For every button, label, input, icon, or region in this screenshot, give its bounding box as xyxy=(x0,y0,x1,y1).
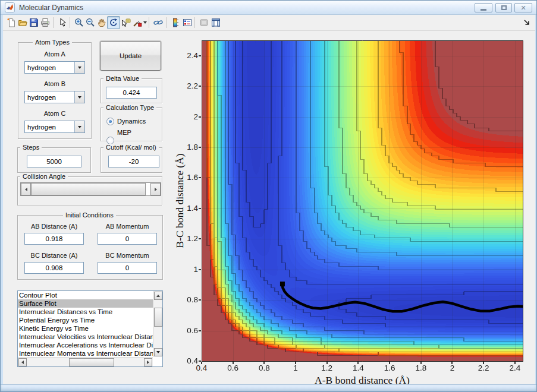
x-tick-mark xyxy=(451,362,453,364)
list-item[interactable]: Internuclear Velocities vs Internuclear … xyxy=(18,333,153,341)
scroll-down-button[interactable] xyxy=(154,348,162,356)
contour-canvas[interactable] xyxy=(202,40,523,362)
x-tick-label: 0.6 xyxy=(220,363,246,372)
y-tick-mark xyxy=(199,55,201,56)
x-tick-label: 2.2 xyxy=(470,363,497,372)
collision-angle-slider[interactable] xyxy=(20,182,161,196)
list-item[interactable]: Surface Plot xyxy=(18,299,153,308)
hscroll-thumb[interactable] xyxy=(69,358,114,366)
atom-a-value: hydrogen xyxy=(25,64,74,71)
slider-left-arrow-button[interactable] xyxy=(21,183,31,195)
bc-momentum-input[interactable] xyxy=(98,262,157,274)
matlab-app-icon xyxy=(5,2,15,12)
figure-toolbar xyxy=(3,15,535,31)
pan-button[interactable] xyxy=(95,16,108,29)
cutoff-input[interactable] xyxy=(108,156,159,167)
list-item[interactable]: Potential Energy vs Time xyxy=(18,316,153,324)
atom-a-dropdown-button[interactable] xyxy=(74,62,84,73)
bc-distance-input[interactable] xyxy=(24,262,84,274)
initial-conditions-title: Initial Conditions xyxy=(63,211,116,219)
ab-distance-input[interactable] xyxy=(24,233,84,245)
y-axis-label: B-C bond distance (Å) xyxy=(174,154,186,248)
y-tick-mark xyxy=(199,330,201,331)
arrow-right-icon xyxy=(155,188,157,191)
y-tick-label: 2.4 xyxy=(174,51,198,60)
slider-thumb[interactable] xyxy=(31,183,146,195)
title-bar: Molecular Dynamics ✕ xyxy=(1,1,536,15)
plot-type-list: Contour PlotSurface PlotInternuclear Dis… xyxy=(18,291,153,357)
atom-a-select[interactable]: hydrogen xyxy=(24,61,85,74)
arrow-right-icon xyxy=(147,361,149,364)
y-tick-mark xyxy=(199,86,201,87)
restore-button[interactable] xyxy=(495,3,512,12)
x-tick-mark xyxy=(326,362,328,364)
mep-radio-label: MEP xyxy=(117,129,131,136)
cutoff-title: Cutoff (Kcal/ mol) xyxy=(103,144,159,151)
arrow-left-icon xyxy=(25,188,27,191)
brush-menu-caret[interactable] xyxy=(143,21,147,24)
steps-input[interactable] xyxy=(27,156,81,167)
atom-c-value: hydrogen xyxy=(25,124,74,131)
y-tick-mark xyxy=(199,116,201,118)
list-item[interactable]: Kinetic Energy vs Time xyxy=(18,324,153,333)
app-window: Molecular Dynamics ✕ xyxy=(0,0,537,392)
brush-button[interactable] xyxy=(131,16,144,29)
atom-b-label: Atom B xyxy=(18,80,92,87)
y-tick-label: 1 xyxy=(174,265,198,274)
list-item[interactable]: Internuclear Momenta vs Internuclear Dis… xyxy=(18,349,153,357)
minimize-icon xyxy=(481,9,486,11)
pointer-icon xyxy=(58,18,67,27)
atom-a-label: Atom A xyxy=(18,50,92,58)
scroll-up-button[interactable] xyxy=(154,292,162,300)
rotate-3d-button[interactable] xyxy=(107,16,120,29)
delta-value-title: Delta Value xyxy=(103,75,142,82)
calculation-type-title: Calculation Type xyxy=(103,104,156,111)
atom-b-select[interactable]: hydrogen xyxy=(24,91,85,103)
atom-c-dropdown-button[interactable] xyxy=(74,121,84,132)
show-plot-tools-button[interactable] xyxy=(209,16,222,29)
ab-momentum-input[interactable] xyxy=(98,233,157,245)
ab-distance-label: AB Distance (A) xyxy=(24,223,84,230)
ab-momentum-label: AB Momentum xyxy=(98,223,157,230)
y-tick-mark xyxy=(199,269,201,270)
y-tick-label: 0.6 xyxy=(174,326,198,335)
show-plot-tools-icon xyxy=(211,18,221,27)
list-item[interactable]: Internuclear Distances vs Time xyxy=(18,308,153,316)
listbox-horizontal-scrollbar[interactable] xyxy=(18,357,153,366)
vscroll-thumb[interactable] xyxy=(154,308,162,327)
update-button[interactable]: Update xyxy=(100,41,161,71)
arrow-left-icon xyxy=(21,361,24,364)
listbox-vertical-scrollbar[interactable] xyxy=(153,291,162,357)
dynamics-radio[interactable] xyxy=(106,118,114,125)
x-tick-mark xyxy=(420,362,422,364)
scroll-left-button[interactable] xyxy=(18,358,27,366)
y-tick-mark xyxy=(199,147,201,148)
bc-momentum-label: BC Momentum xyxy=(98,252,157,259)
insert-colorbar-button[interactable] xyxy=(169,16,182,29)
print-button[interactable] xyxy=(39,16,52,29)
x-tick-label: 1 xyxy=(282,363,309,372)
collision-angle-title: Collision Angle xyxy=(20,173,68,180)
link-plot-button[interactable] xyxy=(152,16,165,29)
x-tick-mark xyxy=(295,362,296,364)
toolbar-separator xyxy=(194,17,195,28)
scroll-right-button[interactable] xyxy=(144,358,152,366)
slider-right-arrow-button[interactable] xyxy=(150,183,161,195)
open-folder-icon xyxy=(18,18,27,27)
list-item[interactable]: Internuclear Accelerations vs Internucle… xyxy=(18,341,153,349)
plot-type-listbox[interactable]: Contour PlotSurface PlotInternuclear Dis… xyxy=(17,290,163,367)
close-button[interactable]: ✕ xyxy=(514,3,532,12)
x-tick-mark xyxy=(201,362,202,364)
dock-figure-arrow-icon[interactable] xyxy=(523,18,531,27)
delta-value-input[interactable] xyxy=(106,87,157,99)
hide-plot-tools-button[interactable] xyxy=(197,16,211,29)
x-tick-label: 2 xyxy=(439,363,465,372)
edit-plot-button[interactable] xyxy=(56,16,69,29)
insert-legend-button[interactable] xyxy=(181,16,194,29)
chevron-down-icon xyxy=(78,96,81,99)
list-item[interactable]: Contour Plot xyxy=(18,291,153,299)
atom-b-dropdown-button[interactable] xyxy=(74,91,84,103)
plot-area[interactable] xyxy=(202,40,523,362)
atom-c-select[interactable]: hydrogen xyxy=(24,121,85,133)
minimize-button[interactable] xyxy=(475,3,492,12)
